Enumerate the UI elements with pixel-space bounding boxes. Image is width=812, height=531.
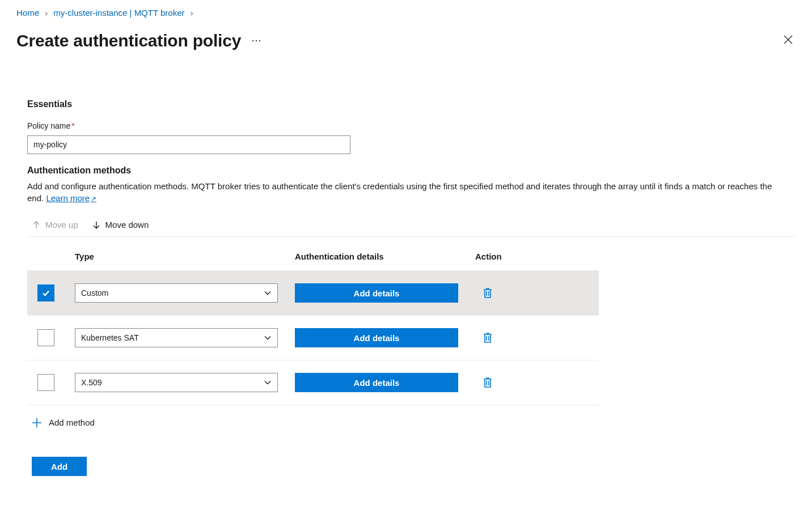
table-row: Kubernetes SAT Add details xyxy=(27,316,599,360)
row-checkbox[interactable] xyxy=(37,374,54,391)
type-select[interactable]: Custom xyxy=(75,283,278,303)
move-down-button[interactable]: Move down xyxy=(92,219,149,231)
type-select-value: Custom xyxy=(81,288,108,299)
delete-row-button[interactable] xyxy=(482,287,493,299)
breadcrumb-cluster[interactable]: my-cluster-instance | MQTT broker xyxy=(53,8,184,18)
move-up-button: Move up xyxy=(32,219,78,231)
type-select[interactable]: X.509 xyxy=(75,373,278,392)
add-method-button[interactable]: Add method xyxy=(32,417,95,428)
chevron-down-icon xyxy=(264,379,272,386)
arrow-down-icon xyxy=(92,220,101,230)
row-checkbox[interactable] xyxy=(37,329,54,346)
policy-name-label: Policy name* xyxy=(27,121,796,132)
breadcrumb: Home › my-cluster-instance | MQTT broker… xyxy=(0,3,812,19)
chevron-down-icon xyxy=(264,289,272,297)
auth-methods-heading: Authentication methods xyxy=(27,164,796,177)
arrow-up-icon xyxy=(32,220,41,230)
type-select[interactable]: Kubernetes SAT xyxy=(75,328,278,347)
essentials-heading: Essentials xyxy=(27,98,796,111)
table-row: X.509 Add details xyxy=(27,360,599,405)
table-row: Custom Add details xyxy=(27,271,599,316)
breadcrumb-home[interactable]: Home xyxy=(16,8,39,18)
add-details-button[interactable]: Add details xyxy=(295,328,458,347)
page-title: Create authentication policy xyxy=(16,29,241,53)
chevron-down-icon xyxy=(264,334,272,342)
delete-row-button[interactable] xyxy=(482,332,493,344)
auth-methods-table: Type Authentication details Action Custo… xyxy=(27,250,599,405)
row-checkbox[interactable] xyxy=(37,284,54,301)
close-icon[interactable] xyxy=(781,32,796,49)
breadcrumb-separator-icon: › xyxy=(45,8,48,18)
add-details-button[interactable]: Add details xyxy=(295,283,458,303)
more-actions-icon[interactable]: ⋯ xyxy=(251,35,261,46)
type-select-value: Kubernetes SAT xyxy=(81,333,139,344)
table-header: Type Authentication details Action xyxy=(27,250,599,271)
add-button[interactable]: Add xyxy=(32,457,87,476)
auth-methods-description: Add and configure authentication methods… xyxy=(27,180,776,204)
col-action-header: Action xyxy=(475,250,599,262)
col-details-header: Authentication details xyxy=(295,250,475,262)
type-select-value: X.509 xyxy=(81,377,102,389)
col-type-header: Type xyxy=(75,250,295,262)
delete-row-button[interactable] xyxy=(482,376,493,389)
external-link-icon: ↗ xyxy=(91,195,96,203)
add-details-button[interactable]: Add details xyxy=(295,373,458,392)
plus-icon xyxy=(32,418,42,428)
breadcrumb-separator-icon: › xyxy=(191,8,193,18)
policy-name-input[interactable] xyxy=(27,135,350,154)
required-indicator-icon: * xyxy=(71,121,74,130)
learn-more-link[interactable]: Learn more↗ xyxy=(46,193,96,203)
